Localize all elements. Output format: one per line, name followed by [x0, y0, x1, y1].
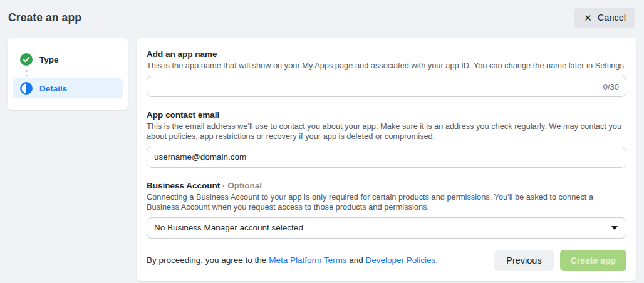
step-connector	[20, 70, 33, 76]
agreement-prefix: By proceeding, you agree to the	[147, 255, 269, 265]
half-filled-circle-icon	[20, 82, 33, 95]
stepper-sidebar: Type Details	[8, 38, 128, 110]
optional-tag: · Optional	[222, 181, 262, 190]
app-name-label: Add an app name	[147, 49, 626, 59]
app-name-section: Add an app name This is the app name tha…	[147, 49, 626, 97]
step-details-label: Details	[39, 84, 67, 93]
business-account-selected-value: No Business Manager account selected	[154, 223, 303, 232]
developer-policies-link[interactable]: Developer Policies.	[365, 255, 438, 265]
business-account-select[interactable]: No Business Manager account selected	[147, 217, 626, 239]
page-title: Create an app	[8, 11, 81, 24]
contact-email-section: App contact email This is the email addr…	[147, 110, 626, 168]
step-type-label: Type	[39, 55, 59, 64]
form-footer: By proceeding, you agree to the Meta Pla…	[147, 250, 626, 271]
business-account-label: Business Account · Optional	[147, 181, 626, 190]
meta-platform-terms-link[interactable]: Meta Platform Terms	[269, 255, 346, 265]
step-type[interactable]: Type	[13, 51, 123, 68]
app-name-description: This is the app name that will show on y…	[147, 61, 626, 71]
action-buttons: Previous Create app	[494, 250, 626, 271]
cancel-button[interactable]: ✕ Cancel	[574, 8, 635, 28]
top-bar: Create an app ✕ Cancel	[0, 0, 644, 35]
cancel-button-label: Cancel	[598, 13, 626, 23]
app-details-form: Add an app name This is the app name tha…	[137, 38, 636, 281]
agreement-text: By proceeding, you agree to the Meta Pla…	[147, 255, 438, 265]
contact-email-input[interactable]	[147, 147, 626, 168]
agreement-middle: and	[346, 255, 365, 265]
app-name-input-wrap: 0/30	[147, 76, 626, 97]
app-name-input[interactable]	[147, 76, 626, 97]
contact-email-label: App contact email	[147, 110, 626, 120]
business-account-section: Business Account · Optional Connecting a…	[147, 181, 626, 239]
previous-button[interactable]: Previous	[494, 250, 553, 271]
contact-email-description: This is the email address we'll use to c…	[147, 121, 626, 142]
create-app-button[interactable]: Create app	[560, 250, 626, 271]
close-icon: ✕	[584, 13, 592, 23]
business-account-label-text: Business Account	[147, 181, 220, 190]
check-circle-icon	[20, 53, 33, 66]
step-details[interactable]: Details	[13, 78, 123, 98]
content-area: Type Details Add an app name This is the…	[0, 35, 644, 281]
contact-email-input-wrap	[147, 147, 626, 168]
chevron-down-icon	[611, 226, 618, 230]
business-account-description: Connecting a Business Account to your ap…	[147, 192, 626, 212]
create-app-page: Create an app ✕ Cancel Type	[0, 0, 644, 281]
